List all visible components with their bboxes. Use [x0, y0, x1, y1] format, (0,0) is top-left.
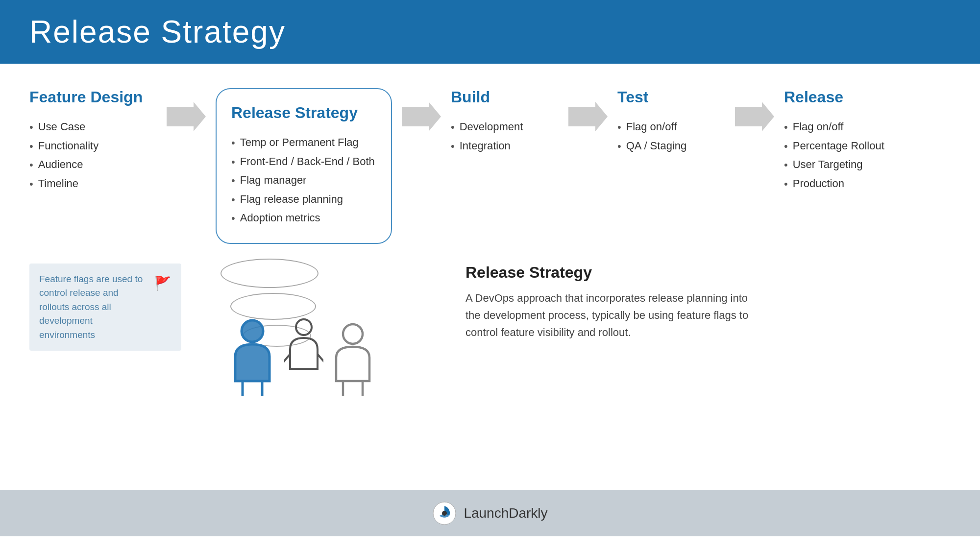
feature-design-title: Feature Design [29, 88, 157, 106]
pipeline-row: Feature Design Use Case Functionality Au… [29, 88, 951, 244]
footer: LaunchDarkly [0, 490, 980, 536]
list-item: Use Case [29, 118, 157, 137]
svg-marker-3 [735, 102, 774, 131]
arrow-2 [402, 88, 441, 131]
list-item: Development [451, 118, 559, 137]
list-item: Production [784, 175, 921, 194]
col-build: Build Development Integration [451, 88, 559, 156]
svg-point-15 [442, 511, 447, 516]
release-strategy-list: Temp or Permanent Flag Front-End / Back-… [231, 134, 376, 228]
build-list: Development Integration [451, 118, 559, 156]
release-strategy-title: Release Strategy [231, 104, 376, 122]
person-icon-outline-center [284, 317, 323, 381]
col-feature-design: Feature Design Use Case Functionality Au… [29, 88, 157, 193]
svg-marker-0 [167, 102, 206, 131]
list-item: QA / Staging [617, 137, 725, 156]
info-box: Feature flags are used to control releas… [29, 264, 181, 351]
list-item: Integration [451, 137, 559, 156]
list-item: User Targeting [784, 156, 921, 175]
feature-design-list: Use Case Functionality Audience Timeline [29, 118, 157, 193]
test-list: Flag on/off QA / Staging [617, 118, 725, 156]
list-item: Flag manager [231, 171, 376, 191]
list-item: Timeline [29, 175, 157, 194]
info-box-text: Feature flags are used to control releas… [39, 272, 148, 342]
launchdarkly-logo-icon [432, 501, 457, 526]
person-icon-gray [328, 322, 377, 396]
header: Release Strategy [0, 0, 980, 64]
list-item: Flag on/off [617, 118, 725, 137]
release-desc-title: Release Strategy [466, 264, 951, 282]
arrow-3 [568, 88, 608, 131]
test-title: Test [617, 88, 725, 106]
col-test: Test Flag on/off QA / Staging [617, 88, 725, 156]
main-content: Feature Design Use Case Functionality Au… [0, 64, 980, 490]
list-item: Temp or Permanent Flag [231, 134, 376, 153]
list-item: Audience [29, 156, 157, 175]
list-item: Flag on/off [784, 118, 921, 137]
arrow-1 [167, 88, 206, 131]
header-title: Release Strategy [29, 14, 286, 50]
bottom-row: Feature flags are used to control releas… [29, 259, 951, 475]
person-icon-blue [225, 317, 279, 396]
svg-marker-2 [568, 102, 608, 131]
svg-point-7 [242, 320, 263, 342]
arrow-4 [735, 88, 774, 131]
list-item: Percentage Rollout [784, 137, 921, 156]
col-release: Release Flag on/off Percentage Rollout U… [784, 88, 921, 193]
build-title: Build [451, 88, 559, 106]
persons-illustration [225, 317, 377, 396]
bubble-2 [230, 293, 316, 320]
svg-point-8 [296, 319, 312, 335]
release-strategy-box: Release Strategy Temp or Permanent Flag … [216, 88, 392, 244]
release-desc: Release Strategy A DevOps approach that … [436, 259, 951, 341]
illustration-area [191, 259, 436, 396]
release-list: Flag on/off Percentage Rollout User Targ… [784, 118, 921, 193]
bubble-1 [220, 259, 318, 288]
release-desc-text: A DevOps approach that incorporates rele… [466, 289, 760, 341]
list-item: Adoption metrics [231, 209, 376, 228]
list-item: Front-End / Back-End / Both [231, 153, 376, 172]
release-title: Release [784, 88, 921, 106]
col-release-strategy: Release Strategy Temp or Permanent Flag … [216, 88, 392, 244]
svg-point-11 [343, 324, 363, 344]
list-item: Flag release planning [231, 191, 376, 210]
svg-marker-1 [402, 102, 441, 131]
footer-logo-text: LaunchDarkly [464, 505, 547, 521]
flag-icon: 🚩 [154, 273, 172, 294]
list-item: Functionality [29, 137, 157, 156]
